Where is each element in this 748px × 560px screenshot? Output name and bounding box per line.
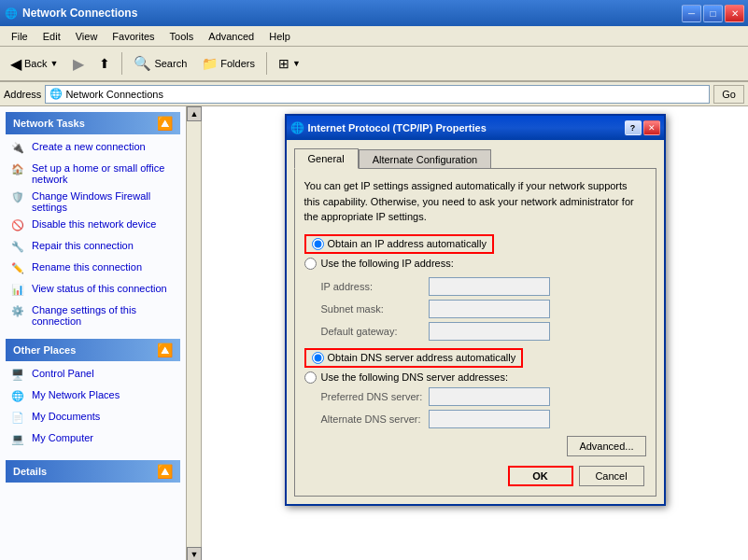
subnet-mask-row: Subnet mask: xyxy=(321,300,646,318)
close-button[interactable]: ✕ xyxy=(725,5,744,22)
maximize-button[interactable]: □ xyxy=(703,5,723,22)
task-new-connection[interactable]: 🔌 Create a new connection xyxy=(6,138,180,160)
task-disable[interactable]: 🚫 Disable this network device xyxy=(6,216,180,237)
dns-manual-label: Use the following DNS server addresses: xyxy=(321,371,509,383)
advanced-button[interactable]: Advanced... xyxy=(567,436,645,456)
dialog-tab-content: You can get IP settings assigned automat… xyxy=(294,168,656,497)
address-go-button[interactable]: Go xyxy=(713,85,744,104)
task-view-status[interactable]: 📊 View status of this connection xyxy=(6,280,180,301)
scroll-down-arrow[interactable]: ▼ xyxy=(187,547,202,560)
menu-view[interactable]: View xyxy=(68,29,106,44)
preferred-dns-input[interactable] xyxy=(429,387,550,406)
toolbar-sep-1 xyxy=(121,52,122,75)
change-settings-label: Change settings of this connection xyxy=(32,304,175,327)
views-dropdown-icon[interactable]: ▼ xyxy=(292,59,301,68)
network-tasks-section: Network Tasks 🔼 🔌 Create a new connectio… xyxy=(6,112,180,333)
task-rename[interactable]: ✏️ Rename this connection xyxy=(6,259,180,280)
folders-icon: 📁 xyxy=(202,56,218,71)
details-header[interactable]: Details 🔼 xyxy=(6,460,180,483)
menu-favorites[interactable]: Favorites xyxy=(105,29,162,44)
toolbar: ◀ Back ▼ ▶ ⬆ 🔍 Search 📁 Folders ⊞ ▼ xyxy=(0,47,748,82)
folders-label: Folders xyxy=(220,58,255,69)
control-panel-label: Control Panel xyxy=(32,368,94,379)
rename-label: Rename this connection xyxy=(32,261,142,273)
firewall-label: Change Windows Firewall settings xyxy=(32,190,175,213)
address-input[interactable]: 🌐 Network Connections xyxy=(45,85,710,104)
scroll-track xyxy=(187,121,201,547)
ok-button[interactable]: OK xyxy=(508,466,573,486)
other-places-chevron: 🔼 xyxy=(157,343,173,357)
ip-address-row: IP address: xyxy=(321,277,646,296)
task-repair[interactable]: 🔧 Repair this connection xyxy=(6,237,180,259)
search-button[interactable]: 🔍 Search xyxy=(127,49,193,78)
repair-icon: 🔧 xyxy=(11,241,26,256)
ip-auto-radio[interactable] xyxy=(312,238,324,250)
subnet-mask-input[interactable] xyxy=(429,300,550,318)
details-title: Details xyxy=(13,466,47,477)
task-change-settings[interactable]: ⚙️ Change settings of this connection xyxy=(6,301,180,329)
search-label: Search xyxy=(154,58,187,69)
views-button[interactable]: ⊞ ▼ xyxy=(272,49,307,78)
left-panel: Network Tasks 🔼 🔌 Create a new connectio… xyxy=(0,106,187,560)
explorer-area: 🌐 Internet Protocol (TCP/IP) Properties … xyxy=(202,106,748,560)
place-my-documents[interactable]: 📄 My Documents xyxy=(6,408,180,429)
dns-manual-row: Use the following DNS server addresses: xyxy=(304,371,646,384)
place-my-computer[interactable]: 💻 My Computer xyxy=(6,429,180,451)
default-gateway-row: Default gateway: xyxy=(321,322,646,341)
toolbar-sep-2 xyxy=(266,52,267,75)
forward-icon: ▶ xyxy=(73,55,84,73)
menu-help[interactable]: Help xyxy=(261,29,298,44)
back-button[interactable]: ◀ Back ▼ xyxy=(4,49,64,78)
dialog-overlay: 🌐 Internet Protocol (TCP/IP) Properties … xyxy=(202,106,748,560)
dialog-close-button[interactable]: ✕ xyxy=(643,120,660,135)
task-firewall[interactable]: 🛡️ Change Windows Firewall settings xyxy=(6,188,180,216)
back-dropdown-icon[interactable]: ▼ xyxy=(49,59,58,68)
rename-icon: ✏️ xyxy=(11,262,26,277)
ip-address-input[interactable] xyxy=(429,277,550,296)
preferred-dns-label: Preferred DNS server: xyxy=(321,391,429,402)
scroll-up-arrow[interactable]: ▲ xyxy=(187,106,202,121)
tab-alternate-config[interactable]: Alternate Configuration xyxy=(359,149,492,169)
ip-auto-row: Obtain an IP address automatically xyxy=(304,234,646,254)
details-chevron: 🔼 xyxy=(157,464,173,479)
place-network-places[interactable]: 🌐 My Network Places xyxy=(6,386,180,408)
minimize-button[interactable]: ─ xyxy=(682,5,701,22)
tab-general[interactable]: General xyxy=(294,148,359,169)
dns-auto-radio[interactable] xyxy=(312,352,324,364)
dialog-tabs: General Alternate Configuration xyxy=(294,147,656,168)
firewall-icon: 🛡️ xyxy=(11,191,26,206)
up-icon: ⬆ xyxy=(99,56,110,71)
dns-manual-radio[interactable] xyxy=(304,371,317,384)
folders-button[interactable]: 📁 Folders xyxy=(195,49,261,78)
dns-fields: Preferred DNS server: Alternate DNS serv… xyxy=(321,387,646,428)
views-icon: ⊞ xyxy=(278,56,289,71)
ip-manual-radio[interactable] xyxy=(304,258,317,270)
my-computer-icon: 💻 xyxy=(11,433,26,448)
other-places-header[interactable]: Other Places 🔼 xyxy=(6,339,180,361)
dialog-title-buttons: ? ✕ xyxy=(625,120,660,135)
view-status-icon: 📊 xyxy=(11,284,26,299)
ip-radio-group: Obtain an IP address automatically Use t… xyxy=(304,234,646,270)
menu-edit[interactable]: Edit xyxy=(35,29,68,44)
task-home-network[interactable]: 🏠 Set up a home or small office network xyxy=(6,160,180,188)
network-tasks-header[interactable]: Network Tasks 🔼 xyxy=(6,112,180,134)
dialog-body: General Alternate Configuration You can … xyxy=(287,140,664,504)
menu-file[interactable]: File xyxy=(4,29,35,44)
alternate-dns-row: Alternate DNS server: xyxy=(321,410,646,428)
dialog-help-button[interactable]: ? xyxy=(625,120,642,135)
alternate-dns-label: Alternate DNS server: xyxy=(321,413,429,425)
place-control-panel[interactable]: 🖥️ Control Panel xyxy=(6,365,180,386)
address-bar: Address 🌐 Network Connections Go xyxy=(0,82,748,106)
menu-bar: File Edit View Favorites Tools Advanced … xyxy=(0,26,748,47)
title-bar: 🌐 Network Connections ─ □ ✕ xyxy=(0,0,748,26)
cancel-button[interactable]: Cancel xyxy=(579,466,644,486)
forward-button[interactable]: ▶ xyxy=(66,49,91,78)
menu-tools[interactable]: Tools xyxy=(162,29,202,44)
alternate-dns-input[interactable] xyxy=(429,410,550,428)
ip-address-label: IP address: xyxy=(321,281,429,292)
default-gateway-input[interactable] xyxy=(429,322,550,341)
ip-fields: IP address: Subnet mask: Default gateway… xyxy=(321,277,646,341)
new-connection-label: Create a new connection xyxy=(32,141,146,152)
up-button[interactable]: ⬆ xyxy=(92,49,117,78)
menu-advanced[interactable]: Advanced xyxy=(201,29,261,44)
